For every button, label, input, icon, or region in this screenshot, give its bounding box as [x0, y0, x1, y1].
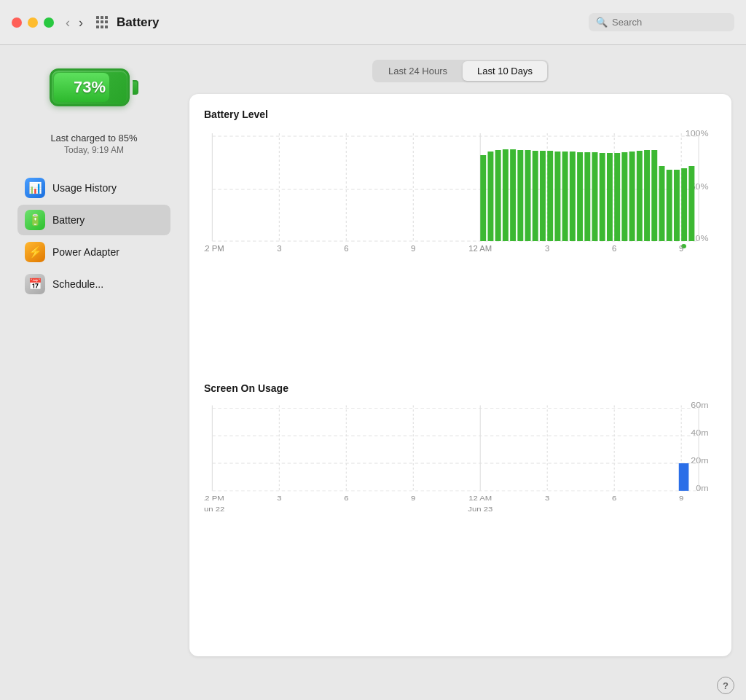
svg-rect-27: [570, 152, 576, 241]
svg-text:3: 3: [545, 245, 549, 253]
svg-rect-42: [681, 168, 687, 241]
help-button[interactable]: ?: [717, 677, 734, 694]
svg-text:6: 6: [612, 245, 616, 253]
svg-text:Jun 23: Jun 23: [468, 506, 492, 513]
svg-rect-37: [644, 150, 650, 241]
tabs-bar: Last 24 Hours Last 10 Days: [189, 60, 731, 82]
svg-rect-15: [480, 155, 486, 241]
battery-percent: 73%: [74, 78, 106, 97]
svg-rect-28: [577, 152, 583, 241]
svg-text:3: 3: [277, 245, 281, 253]
charge-sub: Today, 9:19 AM: [50, 145, 137, 155]
sidebar-item-label-battery: Battery: [52, 214, 85, 226]
svg-text:12 AM: 12 AM: [468, 495, 492, 502]
tab-group: Last 24 Hours Last 10 Days: [372, 60, 549, 82]
svg-rect-40: [667, 170, 672, 241]
svg-text:0%: 0%: [696, 234, 710, 243]
power-adapter-icon: ⚡: [25, 242, 45, 262]
svg-rect-38: [651, 150, 657, 241]
window-controls: [12, 17, 54, 28]
sidebar-item-battery[interactable]: 🔋 Battery: [17, 205, 170, 235]
svg-text:9: 9: [679, 495, 684, 502]
svg-rect-25: [554, 152, 560, 241]
svg-text:6: 6: [344, 495, 349, 502]
battery-level-title: Battery Level: [204, 109, 717, 120]
nav-list: 📊 Usage History 🔋 Battery ⚡ Power Adapte…: [17, 173, 170, 299]
close-button[interactable]: [12, 17, 22, 28]
svg-rect-35: [629, 152, 635, 241]
svg-rect-23: [540, 151, 546, 241]
screen-usage-section: Screen On Usage 60m 40m 20m 0m: [204, 382, 717, 642]
back-button[interactable]: ‹: [63, 15, 73, 31]
battery-nav-icon: 🔋: [25, 210, 45, 230]
schedule-icon: 📅: [25, 274, 45, 294]
tab-last-10-days[interactable]: Last 10 Days: [463, 61, 547, 81]
tab-last-24-hours[interactable]: Last 24 Hours: [374, 61, 462, 81]
card: Battery Level 100% 50% 0%: [189, 94, 731, 656]
search-box[interactable]: 🔍: [589, 13, 734, 31]
svg-text:6: 6: [612, 495, 617, 502]
sidebar-item-label-power-adapter: Power Adapter: [52, 246, 119, 258]
svg-text:9: 9: [679, 245, 683, 253]
svg-text:12 PM: 12 PM: [204, 245, 224, 253]
titlebar: ‹ › Battery 🔍: [0, 0, 746, 45]
maximize-button[interactable]: [44, 17, 54, 28]
svg-rect-16: [487, 152, 493, 241]
svg-text:9: 9: [411, 495, 416, 502]
screen-usage-title: Screen On Usage: [204, 382, 717, 394]
svg-text:12 AM: 12 AM: [468, 245, 492, 253]
svg-rect-41: [674, 170, 680, 241]
grid-icon[interactable]: [96, 16, 109, 29]
svg-rect-36: [637, 151, 643, 241]
svg-text:0m: 0m: [696, 484, 708, 492]
svg-rect-39: [659, 166, 665, 241]
search-input[interactable]: [612, 17, 727, 28]
battery-level-section: Battery Level 100% 50% 0%: [204, 109, 717, 368]
svg-rect-18: [503, 149, 509, 241]
sidebar-item-label-schedule: Schedule...: [52, 278, 103, 290]
battery-level-svg: 100% 50% 0%: [204, 126, 717, 253]
svg-text:3: 3: [545, 495, 550, 502]
main-content: 73% Last charged to 85% Today, 9:19 AM 📊…: [0, 45, 746, 671]
sidebar-item-schedule[interactable]: 📅 Schedule...: [17, 269, 170, 299]
battery-level-chart: 100% 50% 0%: [204, 126, 717, 253]
svg-rect-70: [679, 463, 689, 491]
svg-rect-30: [592, 152, 598, 241]
svg-text:6: 6: [344, 245, 348, 253]
footer: ?: [0, 671, 746, 700]
svg-rect-32: [607, 153, 613, 241]
svg-rect-17: [495, 150, 501, 241]
svg-rect-34: [621, 152, 627, 241]
svg-rect-33: [614, 153, 620, 241]
svg-text:9: 9: [411, 245, 415, 253]
svg-rect-21: [525, 150, 531, 241]
svg-rect-31: [600, 153, 605, 241]
content-panel: Last 24 Hours Last 10 Days Battery Level…: [182, 45, 746, 671]
battery-widget: 73%: [50, 68, 138, 106]
battery-indicator: 73%: [50, 68, 138, 106]
screen-usage-chart: 60m 40m 20m 0m: [204, 400, 717, 527]
sidebar: 73% Last charged to 85% Today, 9:19 AM 📊…: [0, 45, 182, 671]
sidebar-item-label-usage-history: Usage History: [52, 182, 117, 194]
charge-main: Last charged to 85%: [50, 133, 137, 143]
svg-rect-19: [510, 149, 516, 241]
battery-body: 73%: [50, 68, 130, 106]
sidebar-item-power-adapter[interactable]: ⚡ Power Adapter: [17, 237, 170, 267]
minimize-button[interactable]: [28, 17, 38, 28]
svg-rect-20: [517, 150, 523, 241]
nav-arrows: ‹ ›: [63, 15, 86, 31]
svg-rect-43: [688, 166, 694, 241]
usage-history-icon: 📊: [25, 178, 45, 198]
forward-button[interactable]: ›: [76, 15, 86, 31]
svg-text:3: 3: [277, 495, 282, 502]
search-icon: 🔍: [596, 17, 608, 28]
page-title: Battery: [117, 15, 160, 30]
sidebar-item-usage-history[interactable]: 📊 Usage History: [17, 173, 170, 203]
svg-rect-29: [584, 152, 590, 241]
charge-info: Last charged to 85% Today, 9:19 AM: [50, 133, 137, 155]
svg-rect-24: [547, 151, 553, 241]
svg-rect-26: [562, 152, 568, 241]
screen-usage-svg: 60m 40m 20m 0m: [204, 400, 717, 527]
svg-text:12 PM: 12 PM: [204, 495, 224, 502]
battery-nub: [133, 80, 138, 95]
